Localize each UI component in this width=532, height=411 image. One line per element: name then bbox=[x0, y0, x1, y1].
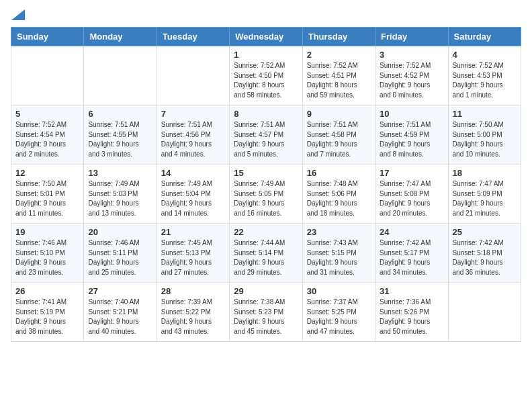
calendar-cell: 4Sunrise: 7:52 AM Sunset: 4:53 PM Daylig… bbox=[448, 46, 521, 105]
calendar-cell: 17Sunrise: 7:47 AM Sunset: 5:08 PM Dayli… bbox=[375, 165, 448, 224]
day-number: 9 bbox=[307, 109, 371, 119]
calendar-cell: 23Sunrise: 7:43 AM Sunset: 5:15 PM Dayli… bbox=[302, 224, 375, 283]
calendar-cell: 20Sunrise: 7:46 AM Sunset: 5:11 PM Dayli… bbox=[84, 224, 157, 283]
day-number: 2 bbox=[307, 50, 371, 60]
day-info: Sunrise: 7:51 AM Sunset: 4:57 PM Dayligh… bbox=[234, 120, 298, 159]
day-number: 19 bbox=[15, 227, 79, 237]
svg-marker-0 bbox=[11, 9, 25, 20]
weekday-header-friday: Friday bbox=[375, 28, 448, 46]
day-info: Sunrise: 7:49 AM Sunset: 5:05 PM Dayligh… bbox=[234, 179, 298, 218]
calendar-cell: 5Sunrise: 7:52 AM Sunset: 4:54 PM Daylig… bbox=[11, 105, 84, 165]
day-info: Sunrise: 7:40 AM Sunset: 5:21 PM Dayligh… bbox=[88, 298, 152, 336]
day-info: Sunrise: 7:42 AM Sunset: 5:17 PM Dayligh… bbox=[380, 238, 443, 277]
day-number: 30 bbox=[307, 286, 371, 296]
day-info: Sunrise: 7:52 AM Sunset: 4:53 PM Dayligh… bbox=[453, 61, 517, 100]
day-number: 25 bbox=[453, 227, 517, 237]
calendar-body: 1Sunrise: 7:52 AM Sunset: 4:50 PM Daylig… bbox=[11, 46, 521, 342]
day-number: 20 bbox=[88, 227, 152, 237]
calendar-cell: 22Sunrise: 7:44 AM Sunset: 5:14 PM Dayli… bbox=[230, 224, 302, 283]
day-number: 4 bbox=[453, 50, 517, 60]
day-number: 15 bbox=[234, 168, 298, 178]
calendar-cell: 31Sunrise: 7:36 AM Sunset: 5:26 PM Dayli… bbox=[375, 283, 448, 342]
calendar-table: SundayMondayTuesdayWednesdayThursdayFrid… bbox=[11, 27, 521, 342]
weekday-header-wednesday: Wednesday bbox=[230, 28, 302, 46]
calendar-cell: 2Sunrise: 7:52 AM Sunset: 4:51 PM Daylig… bbox=[302, 46, 375, 105]
weekday-header-tuesday: Tuesday bbox=[157, 28, 229, 46]
day-number: 3 bbox=[380, 50, 443, 60]
day-info: Sunrise: 7:47 AM Sunset: 5:09 PM Dayligh… bbox=[453, 179, 517, 218]
day-info: Sunrise: 7:51 AM Sunset: 4:59 PM Dayligh… bbox=[380, 120, 443, 159]
day-info: Sunrise: 7:51 AM Sunset: 4:55 PM Dayligh… bbox=[88, 120, 152, 159]
calendar-week-1: 1Sunrise: 7:52 AM Sunset: 4:50 PM Daylig… bbox=[11, 46, 521, 105]
day-number: 24 bbox=[380, 227, 443, 237]
day-number: 22 bbox=[234, 227, 298, 237]
calendar-cell: 11Sunrise: 7:50 AM Sunset: 5:00 PM Dayli… bbox=[448, 105, 521, 165]
day-info: Sunrise: 7:48 AM Sunset: 5:06 PM Dayligh… bbox=[307, 179, 371, 218]
calendar-cell: 13Sunrise: 7:49 AM Sunset: 5:03 PM Dayli… bbox=[84, 165, 157, 224]
day-number: 17 bbox=[380, 168, 443, 178]
day-info: Sunrise: 7:45 AM Sunset: 5:13 PM Dayligh… bbox=[161, 238, 225, 277]
weekday-header-saturday: Saturday bbox=[448, 28, 521, 46]
calendar-cell: 7Sunrise: 7:51 AM Sunset: 4:56 PM Daylig… bbox=[157, 105, 229, 165]
calendar-cell: 21Sunrise: 7:45 AM Sunset: 5:13 PM Dayli… bbox=[157, 224, 229, 283]
calendar-cell: 29Sunrise: 7:38 AM Sunset: 5:23 PM Dayli… bbox=[230, 283, 302, 342]
day-number: 31 bbox=[380, 286, 443, 296]
calendar-cell: 6Sunrise: 7:51 AM Sunset: 4:55 PM Daylig… bbox=[84, 105, 157, 165]
page-header bbox=[11, 11, 521, 19]
calendar-cell bbox=[157, 46, 229, 105]
calendar-week-4: 19Sunrise: 7:46 AM Sunset: 5:10 PM Dayli… bbox=[11, 224, 521, 283]
day-info: Sunrise: 7:38 AM Sunset: 5:23 PM Dayligh… bbox=[234, 298, 298, 336]
calendar-cell: 18Sunrise: 7:47 AM Sunset: 5:09 PM Dayli… bbox=[448, 165, 521, 224]
day-info: Sunrise: 7:47 AM Sunset: 5:08 PM Dayligh… bbox=[380, 179, 443, 218]
day-info: Sunrise: 7:49 AM Sunset: 5:03 PM Dayligh… bbox=[88, 179, 152, 218]
weekday-header-thursday: Thursday bbox=[302, 28, 375, 46]
calendar-cell: 16Sunrise: 7:48 AM Sunset: 5:06 PM Dayli… bbox=[302, 165, 375, 224]
calendar-cell: 3Sunrise: 7:52 AM Sunset: 4:52 PM Daylig… bbox=[375, 46, 448, 105]
day-info: Sunrise: 7:52 AM Sunset: 4:50 PM Dayligh… bbox=[234, 61, 298, 100]
weekday-header-monday: Monday bbox=[84, 28, 157, 46]
calendar-cell: 14Sunrise: 7:49 AM Sunset: 5:04 PM Dayli… bbox=[157, 165, 229, 224]
day-number: 23 bbox=[307, 227, 371, 237]
day-number: 16 bbox=[307, 168, 371, 178]
calendar-cell: 15Sunrise: 7:49 AM Sunset: 5:05 PM Dayli… bbox=[230, 165, 302, 224]
day-info: Sunrise: 7:52 AM Sunset: 4:51 PM Dayligh… bbox=[307, 61, 371, 100]
day-info: Sunrise: 7:50 AM Sunset: 5:01 PM Dayligh… bbox=[15, 179, 79, 218]
calendar-cell: 28Sunrise: 7:39 AM Sunset: 5:22 PM Dayli… bbox=[157, 283, 229, 342]
calendar-week-3: 12Sunrise: 7:50 AM Sunset: 5:01 PM Dayli… bbox=[11, 165, 521, 224]
day-info: Sunrise: 7:41 AM Sunset: 5:19 PM Dayligh… bbox=[15, 298, 79, 336]
calendar-cell bbox=[448, 283, 521, 342]
day-number: 12 bbox=[15, 168, 79, 178]
calendar-header: SundayMondayTuesdayWednesdayThursdayFrid… bbox=[11, 28, 521, 46]
calendar-cell: 30Sunrise: 7:37 AM Sunset: 5:25 PM Dayli… bbox=[302, 283, 375, 342]
day-info: Sunrise: 7:39 AM Sunset: 5:22 PM Dayligh… bbox=[161, 298, 225, 336]
day-number: 14 bbox=[161, 168, 225, 178]
calendar-cell: 27Sunrise: 7:40 AM Sunset: 5:21 PM Dayli… bbox=[84, 283, 157, 342]
day-info: Sunrise: 7:51 AM Sunset: 4:56 PM Dayligh… bbox=[161, 120, 225, 159]
calendar-cell: 25Sunrise: 7:42 AM Sunset: 5:18 PM Dayli… bbox=[448, 224, 521, 283]
calendar-week-2: 5Sunrise: 7:52 AM Sunset: 4:54 PM Daylig… bbox=[11, 105, 521, 165]
day-info: Sunrise: 7:43 AM Sunset: 5:15 PM Dayligh… bbox=[307, 238, 371, 277]
calendar-cell: 24Sunrise: 7:42 AM Sunset: 5:17 PM Dayli… bbox=[375, 224, 448, 283]
calendar-cell: 19Sunrise: 7:46 AM Sunset: 5:10 PM Dayli… bbox=[11, 224, 84, 283]
day-info: Sunrise: 7:44 AM Sunset: 5:14 PM Dayligh… bbox=[234, 238, 298, 277]
day-info: Sunrise: 7:49 AM Sunset: 5:04 PM Dayligh… bbox=[161, 179, 225, 218]
day-info: Sunrise: 7:50 AM Sunset: 5:00 PM Dayligh… bbox=[453, 120, 517, 159]
calendar-cell bbox=[84, 46, 157, 105]
weekday-row: SundayMondayTuesdayWednesdayThursdayFrid… bbox=[11, 28, 521, 46]
day-number: 7 bbox=[161, 109, 225, 119]
day-number: 29 bbox=[234, 286, 298, 296]
calendar-cell: 9Sunrise: 7:51 AM Sunset: 4:58 PM Daylig… bbox=[302, 105, 375, 165]
day-number: 10 bbox=[380, 109, 443, 119]
calendar-cell: 10Sunrise: 7:51 AM Sunset: 4:59 PM Dayli… bbox=[375, 105, 448, 165]
day-info: Sunrise: 7:46 AM Sunset: 5:10 PM Dayligh… bbox=[15, 238, 79, 277]
day-number: 13 bbox=[88, 168, 152, 178]
day-info: Sunrise: 7:37 AM Sunset: 5:25 PM Dayligh… bbox=[307, 298, 371, 336]
day-info: Sunrise: 7:46 AM Sunset: 5:11 PM Dayligh… bbox=[88, 238, 152, 277]
logo bbox=[11, 11, 25, 19]
weekday-header-sunday: Sunday bbox=[11, 28, 84, 46]
day-number: 18 bbox=[453, 168, 517, 178]
day-number: 26 bbox=[15, 286, 79, 296]
calendar-week-5: 26Sunrise: 7:41 AM Sunset: 5:19 PM Dayli… bbox=[11, 283, 521, 342]
day-number: 8 bbox=[234, 109, 298, 119]
calendar-cell bbox=[11, 46, 84, 105]
